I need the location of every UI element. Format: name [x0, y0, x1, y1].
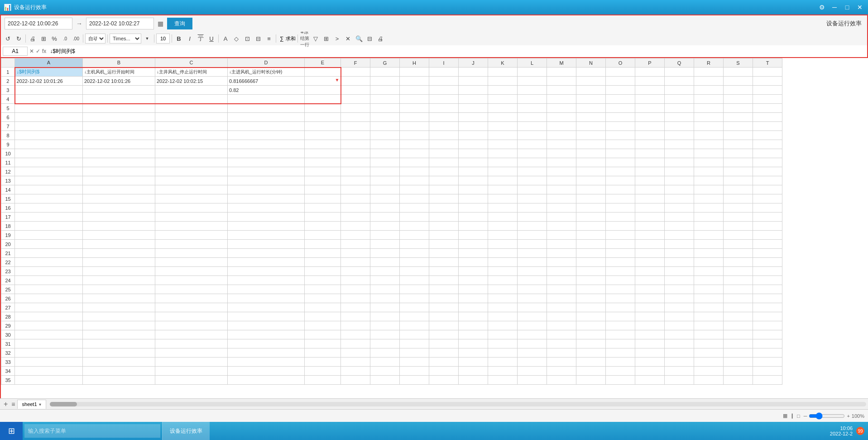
cell-23-8[interactable]	[429, 267, 459, 276]
col-header-S[interactable]: S	[724, 58, 753, 68]
cell-13-9[interactable]	[459, 176, 488, 185]
cell-D1[interactable]: ↓主进风机_运行时长(分钟)	[228, 68, 305, 77]
cell-13-13[interactable]	[576, 176, 606, 185]
cell-O1[interactable]	[606, 68, 635, 77]
cell-22-18[interactable]	[724, 258, 753, 267]
cell-34-10[interactable]	[488, 367, 518, 376]
cell-30-11[interactable]	[518, 330, 547, 339]
cell-28-9[interactable]	[459, 312, 488, 321]
col-header-B[interactable]: B	[83, 58, 155, 68]
cell-26-16[interactable]	[665, 294, 694, 303]
cell-16-3[interactable]	[228, 203, 305, 213]
cell-28-7[interactable]	[400, 312, 429, 321]
cell-8-17[interactable]	[694, 131, 724, 140]
col-header-C[interactable]: C	[155, 58, 228, 68]
cell-18-4[interactable]	[305, 222, 341, 231]
cell-14-7[interactable]	[400, 185, 429, 194]
start-button[interactable]: ⊞	[0, 422, 23, 440]
cell-30-16[interactable]	[665, 330, 694, 339]
cell-29-16[interactable]	[665, 321, 694, 330]
cell-18-0[interactable]	[15, 222, 83, 231]
cell-8-7[interactable]	[400, 131, 429, 140]
cell-19-15[interactable]	[635, 231, 665, 240]
cell-32-0[interactable]	[15, 348, 83, 358]
cell-5-11[interactable]	[518, 104, 547, 113]
cell-26-17[interactable]	[694, 294, 724, 303]
cell-7-18[interactable]	[724, 122, 753, 131]
cell-17-12[interactable]	[547, 213, 576, 222]
col-header-T[interactable]: T	[753, 58, 782, 68]
cell-31-8[interactable]	[429, 339, 459, 348]
cell-25-1[interactable]	[83, 285, 155, 294]
cell-32-11[interactable]	[518, 348, 547, 358]
cell-H4[interactable]	[400, 95, 429, 104]
cell-22-13[interactable]	[576, 258, 606, 267]
cell-23-10[interactable]	[488, 267, 518, 276]
cell-K1[interactable]	[488, 68, 518, 77]
cell-27-7[interactable]	[400, 303, 429, 312]
cell-18-19[interactable]	[753, 222, 782, 231]
cell-34-4[interactable]	[305, 367, 341, 376]
cell-24-1[interactable]	[83, 276, 155, 285]
cell-5-13[interactable]	[576, 104, 606, 113]
cell-K3[interactable]	[488, 86, 518, 95]
cell-13-10[interactable]	[488, 176, 518, 185]
cell-24-3[interactable]	[228, 276, 305, 285]
cell-27-4[interactable]	[305, 303, 341, 312]
align-btn[interactable]: ≡	[264, 34, 274, 44]
cell-28-1[interactable]	[83, 312, 155, 321]
cell-J2[interactable]	[459, 77, 488, 86]
cell-15-5[interactable]	[341, 194, 370, 203]
cell-21-14[interactable]	[606, 249, 635, 258]
cell-R4[interactable]	[694, 95, 724, 104]
cell-7-0[interactable]	[15, 122, 83, 131]
cell-24-0[interactable]	[15, 276, 83, 285]
sum-icon[interactable]: ∑	[280, 35, 284, 42]
cell-21-19[interactable]	[753, 249, 782, 258]
cell-16-13[interactable]	[576, 203, 606, 213]
cell-R3[interactable]	[694, 86, 724, 95]
cell-33-3[interactable]	[228, 358, 305, 367]
cell-31-11[interactable]	[518, 339, 547, 348]
cell-25-7[interactable]	[400, 285, 429, 294]
cell-25-5[interactable]	[341, 285, 370, 294]
cell-5-9[interactable]	[459, 104, 488, 113]
cell-15-15[interactable]	[635, 194, 665, 203]
cell-26-19[interactable]	[753, 294, 782, 303]
cell-26-13[interactable]	[576, 294, 606, 303]
cell-8-12[interactable]	[547, 131, 576, 140]
cell-17-19[interactable]	[753, 213, 782, 222]
cell-32-7[interactable]	[400, 348, 429, 358]
cell-33-14[interactable]	[606, 358, 635, 367]
cell-24-6[interactable]	[370, 276, 400, 285]
cell-16-0[interactable]	[15, 203, 83, 213]
cell-5-7[interactable]	[400, 104, 429, 113]
cell-26-2[interactable]	[155, 294, 228, 303]
cell-10-10[interactable]	[488, 149, 518, 158]
cell-9-8[interactable]	[429, 140, 459, 149]
cell-23-2[interactable]	[155, 267, 228, 276]
cell-26-14[interactable]	[606, 294, 635, 303]
merge-btn[interactable]: ⊟	[253, 34, 263, 44]
cell-16-9[interactable]	[459, 203, 488, 213]
cell-21-3[interactable]	[228, 249, 305, 258]
cell-25-3[interactable]	[228, 285, 305, 294]
cell-25-9[interactable]	[459, 285, 488, 294]
cell-31-14[interactable]	[606, 339, 635, 348]
cell-21-7[interactable]	[400, 249, 429, 258]
cell-14-18[interactable]	[724, 185, 753, 194]
cell-12-1[interactable]	[83, 167, 155, 176]
cell-20-16[interactable]	[665, 240, 694, 249]
cell-33-12[interactable]	[547, 358, 576, 367]
gt-btn[interactable]: >	[332, 34, 342, 44]
cell-8-4[interactable]	[305, 131, 341, 140]
cell-8-8[interactable]	[429, 131, 459, 140]
cell-11-7[interactable]	[400, 158, 429, 167]
cell-16-11[interactable]	[518, 203, 547, 213]
col-header-E[interactable]: E	[305, 58, 341, 68]
cell-16-17[interactable]	[694, 203, 724, 213]
cell-18-18[interactable]	[724, 222, 753, 231]
cell-17-8[interactable]	[429, 213, 459, 222]
cell-8-18[interactable]	[724, 131, 753, 140]
cell-5-6[interactable]	[370, 104, 400, 113]
